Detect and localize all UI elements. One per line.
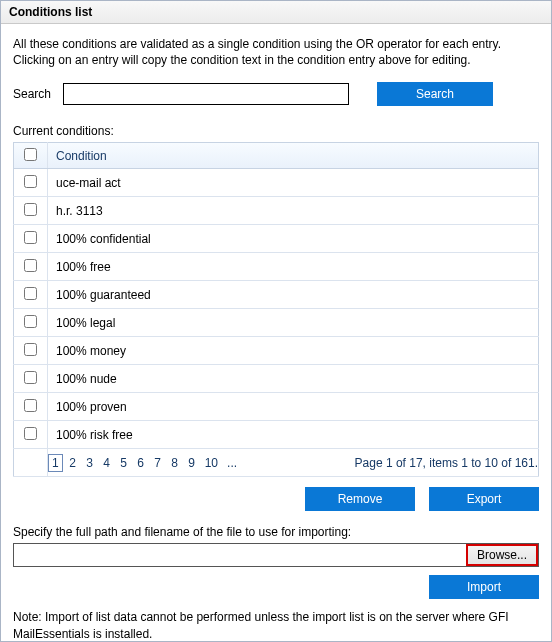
row-checkbox[interactable]: [24, 371, 37, 384]
help-text: All these conditions are validated as a …: [13, 36, 539, 68]
row-checkbox-cell: [14, 225, 48, 253]
row-checkbox-cell: [14, 281, 48, 309]
page-number[interactable]: 6: [134, 455, 148, 471]
row-checkbox-cell: [14, 365, 48, 393]
page-number[interactable]: 7: [151, 455, 165, 471]
select-all-checkbox[interactable]: [24, 148, 37, 161]
search-row: Search Search: [13, 82, 539, 106]
page-number[interactable]: 4: [100, 455, 114, 471]
row-checkbox-cell: [14, 197, 48, 225]
row-condition-text: 100% money: [48, 337, 539, 365]
browse-button[interactable]: Browse...: [466, 544, 538, 566]
row-checkbox[interactable]: [24, 175, 37, 188]
row-checkbox-cell: [14, 337, 48, 365]
search-button[interactable]: Search: [377, 82, 493, 106]
row-condition-text: 100% legal: [48, 309, 539, 337]
table-row[interactable]: 100% guaranteed: [14, 281, 539, 309]
export-button[interactable]: Export: [429, 487, 539, 511]
row-checkbox[interactable]: [24, 287, 37, 300]
row-checkbox[interactable]: [24, 203, 37, 216]
page-number[interactable]: 8: [168, 455, 182, 471]
table-row[interactable]: h.r. 3113: [14, 197, 539, 225]
window-title: Conditions list: [1, 1, 551, 24]
table-row[interactable]: 100% proven: [14, 393, 539, 421]
row-checkbox-cell: [14, 421, 48, 449]
header-checkbox-cell: [14, 143, 48, 169]
page-number[interactable]: 9: [185, 455, 199, 471]
row-condition-text: 100% proven: [48, 393, 539, 421]
pager-pages: 12345678910...: [48, 454, 240, 472]
table-row[interactable]: 100% free: [14, 253, 539, 281]
search-label: Search: [13, 87, 55, 101]
table-row[interactable]: 100% risk free: [14, 421, 539, 449]
row-condition-text: uce-mail act: [48, 169, 539, 197]
page-number[interactable]: 2: [66, 455, 80, 471]
import-label: Specify the full path and filename of th…: [13, 525, 539, 539]
row-checkbox[interactable]: [24, 231, 37, 244]
search-input[interactable]: [63, 83, 349, 105]
table-row[interactable]: 100% nude: [14, 365, 539, 393]
row-checkbox-cell: [14, 169, 48, 197]
row-checkbox-cell: [14, 253, 48, 281]
row-condition-text: 100% nude: [48, 365, 539, 393]
row-condition-text: h.r. 3113: [48, 197, 539, 225]
header-condition: Condition: [48, 143, 539, 169]
row-checkbox-cell: [14, 393, 48, 421]
page-number[interactable]: 10: [202, 455, 221, 471]
help-line1: All these conditions are validated as a …: [13, 37, 501, 51]
page-number[interactable]: 1: [48, 454, 63, 472]
pager-gutter: [14, 449, 48, 477]
remove-button[interactable]: Remove: [305, 487, 415, 511]
row-checkbox-cell: [14, 309, 48, 337]
import-row: Browse...: [13, 543, 539, 567]
row-condition-text: 100% free: [48, 253, 539, 281]
page-number[interactable]: 3: [83, 455, 97, 471]
table-row[interactable]: 100% legal: [14, 309, 539, 337]
row-checkbox[interactable]: [24, 315, 37, 328]
table-actions: Remove Export: [13, 487, 539, 511]
table-row[interactable]: uce-mail act: [14, 169, 539, 197]
row-checkbox[interactable]: [24, 259, 37, 272]
row-condition-text: 100% confidential: [48, 225, 539, 253]
row-checkbox[interactable]: [24, 427, 37, 440]
pager-status: Page 1 of 17, items 1 to 10 of 161.: [355, 456, 538, 470]
conditions-table: Condition uce-mail acth.r. 3113100% conf…: [13, 142, 539, 477]
row-condition-text: 100% guaranteed: [48, 281, 539, 309]
row-checkbox[interactable]: [24, 343, 37, 356]
row-checkbox[interactable]: [24, 399, 37, 412]
help-line2: Clicking on an entry will copy the condi…: [13, 53, 471, 67]
import-button[interactable]: Import: [429, 575, 539, 599]
page-number[interactable]: ...: [224, 455, 240, 471]
conditions-label: Current conditions:: [13, 124, 539, 138]
import-path-input[interactable]: [14, 544, 466, 566]
row-condition-text: 100% risk free: [48, 421, 539, 449]
table-row[interactable]: 100% money: [14, 337, 539, 365]
table-row[interactable]: 100% confidential: [14, 225, 539, 253]
page-number[interactable]: 5: [117, 455, 131, 471]
note-text: Note: Import of list data cannot be perf…: [13, 609, 539, 641]
